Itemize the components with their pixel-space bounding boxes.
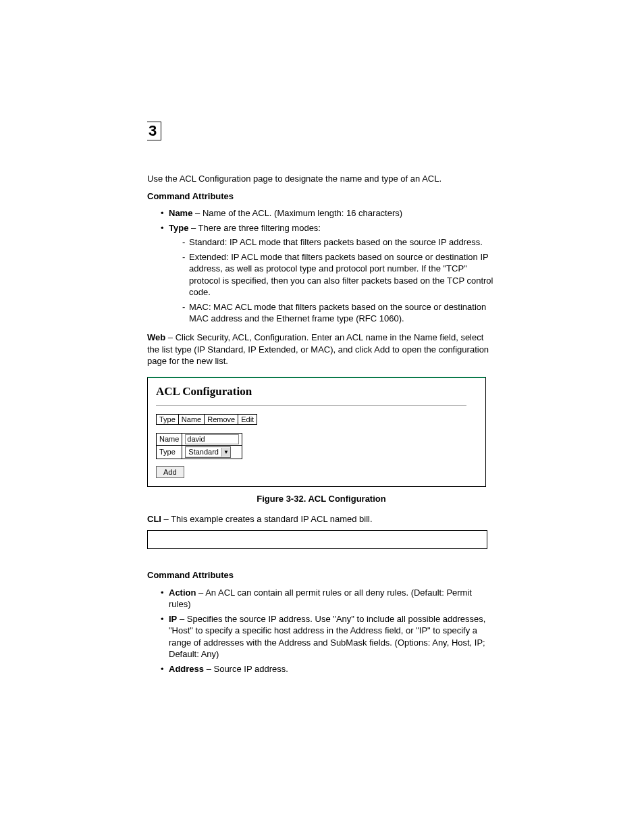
attr-ip: IP – Specifies the source IP address. Us…: [161, 613, 495, 660]
cli-label: CLI: [147, 514, 161, 524]
add-button[interactable]: Add: [156, 466, 184, 478]
attr-action: Action – An ACL can contain all permit r…: [161, 587, 495, 610]
attr-ip-label: IP: [169, 614, 177, 624]
document-page: 3 Use the ACL Configuration page to desi…: [0, 0, 644, 750]
form-name-label: Name: [157, 433, 182, 445]
acl-configuration-panel: ACL Configuration Type Name Remove Edit …: [147, 377, 486, 487]
col-remove: Remove: [205, 414, 238, 424]
form-type-cell: Standard ▼: [182, 445, 242, 459]
section-heading-command-attributes-2: Command Attributes: [147, 569, 495, 581]
attribute-list-1: Name – Name of the ACL. (Maximum length:…: [147, 207, 495, 325]
attr-type: Type – There are three filtering modes: …: [161, 222, 495, 325]
attr-ip-text: – Specifies the source IP address. Use "…: [169, 614, 485, 660]
attr-name-label: Name: [169, 208, 192, 218]
web-instructions: Web – Click Security, ACL, Configuration…: [147, 332, 495, 367]
cli-paragraph: CLI – This example creates a standard IP…: [147, 513, 495, 525]
form-type-label: Type: [157, 445, 182, 459]
mode-extended: Extended: IP ACL mode that filters packe…: [182, 251, 495, 298]
section-heading-command-attributes-1: Command Attributes: [147, 190, 495, 203]
col-type: Type: [157, 414, 179, 424]
attr-type-text: – There are three filtering modes:: [188, 223, 321, 233]
attr-action-text: – An ACL can contain all permit rules or…: [169, 588, 472, 610]
attr-name-text: – Name of the ACL. (Maximum length: 16 c…: [192, 208, 402, 218]
mode-mac: MAC: MAC ACL mode that filters packets b…: [182, 301, 495, 325]
attr-action-label: Action: [169, 588, 196, 598]
attr-address-label: Address: [169, 664, 204, 674]
type-select[interactable]: Standard ▼: [185, 446, 231, 458]
attr-name: Name – Name of the ACL. (Maximum length:…: [161, 207, 495, 219]
figure-caption: Figure 3-32. ACL Configuration: [147, 494, 495, 504]
cli-example-box: [147, 530, 487, 549]
chapter-number: 3: [147, 122, 161, 140]
attr-type-label: Type: [169, 223, 188, 233]
acl-form: Name Type Standard ▼: [156, 433, 242, 459]
web-label: Web: [147, 332, 165, 342]
mode-standard: Standard: IP ACL mode that filters packe…: [182, 236, 495, 249]
col-name: Name: [178, 414, 204, 424]
cli-text: – This example creates a standard IP ACL…: [161, 514, 373, 524]
intro-paragraph: Use the ACL Configuration page to design…: [147, 173, 495, 185]
col-edit: Edit: [238, 414, 257, 424]
attr-address: Address – Source IP address.: [161, 663, 495, 675]
panel-divider: [156, 405, 466, 406]
acl-table: Type Name Remove Edit: [156, 414, 257, 425]
type-select-value: Standard: [186, 448, 221, 456]
attr-address-text: – Source IP address.: [204, 664, 288, 674]
type-modes-list: Standard: IP ACL mode that filters packe…: [169, 236, 495, 325]
form-name-cell: [182, 433, 242, 445]
web-text: – Click Security, ACL, Configuration. En…: [147, 332, 489, 366]
name-input[interactable]: [185, 434, 239, 444]
attribute-list-2: Action – An ACL can contain all permit r…: [147, 587, 495, 675]
panel-title: ACL Configuration: [156, 385, 477, 398]
chevron-down-icon: ▼: [221, 448, 230, 457]
